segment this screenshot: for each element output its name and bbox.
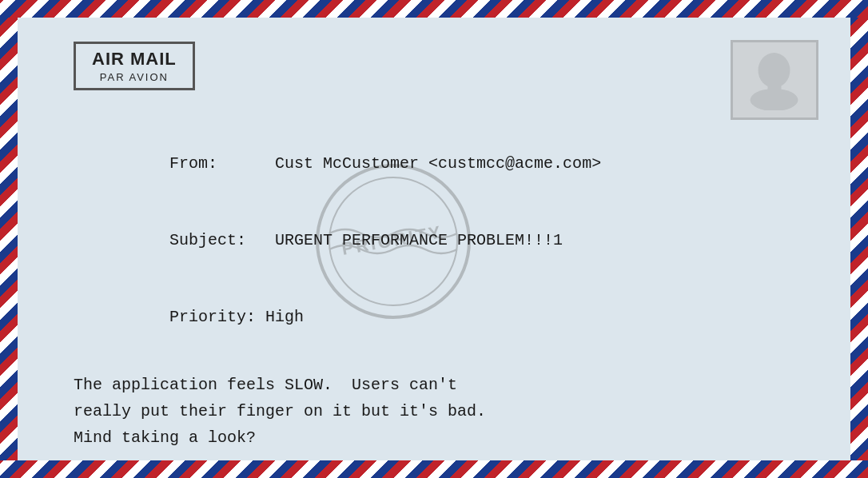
- priority-spacer: [256, 308, 265, 326]
- priority-value: High: [265, 308, 304, 326]
- priority-label: Priority:: [169, 308, 256, 326]
- from-value: Cust McCustomer <custmcc@acme.com>: [275, 154, 601, 173]
- stamp-silhouette: [749, 50, 801, 110]
- airmail-subtitle: PAR AVION: [92, 71, 177, 83]
- envelope-background: AIR MAIL PAR AVION: [0, 0, 868, 478]
- subject-value: URGENT PERFORMANCE PROBLEM!!!1: [275, 231, 563, 249]
- airmail-label: AIR MAIL PAR AVION: [74, 42, 195, 90]
- email-message: The application feels SLOW. Users can't …: [74, 372, 723, 451]
- subject-spacer: [246, 231, 275, 249]
- subject-label: Subject:: [169, 231, 246, 249]
- svg-point-0: [759, 53, 790, 88]
- email-body: From: Cust McCustomer <custmcc@acme.com>…: [74, 125, 723, 478]
- stripe-left: [0, 18, 18, 460]
- from-line: From: Cust McCustomer <custmcc@acme.com>: [74, 125, 723, 202]
- priority-line: Priority: High: [74, 279, 723, 356]
- stripe-right: [850, 18, 868, 460]
- email-header: From: Cust McCustomer <custmcc@acme.com>…: [74, 125, 723, 356]
- envelope-content: AIR MAIL PAR AVION: [18, 18, 850, 460]
- airmail-title: AIR MAIL: [92, 49, 177, 70]
- email-signature: - C: [74, 475, 723, 478]
- svg-point-2: [751, 89, 798, 110]
- from-spacer: [217, 154, 275, 173]
- subject-line: Subject: URGENT PERFORMANCE PROBLEM!!!1: [74, 202, 723, 279]
- postage-stamp: [731, 40, 818, 120]
- from-label: From:: [169, 154, 217, 173]
- stripe-top: [0, 0, 868, 18]
